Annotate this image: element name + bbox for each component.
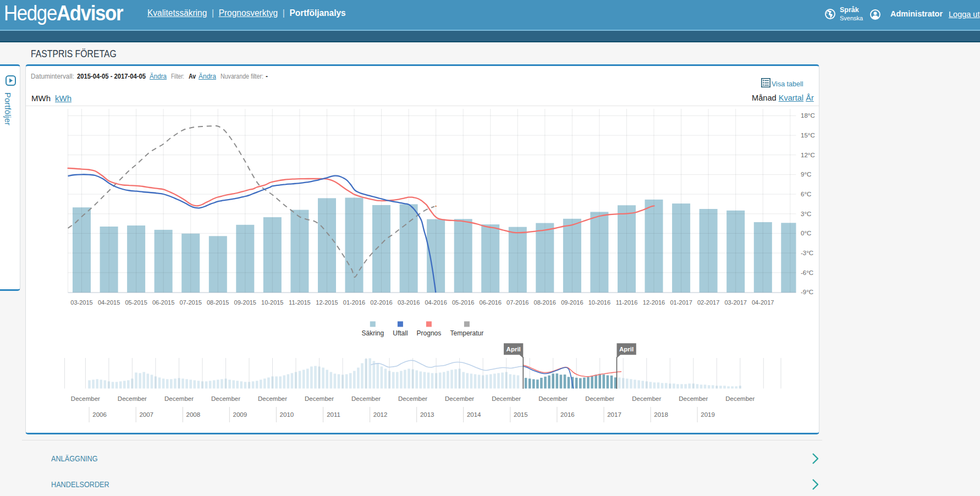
svg-text:05-2015: 05-2015 [125,299,147,306]
svg-text:12°C: 12°C [801,152,815,158]
svg-text:12-2015: 12-2015 [316,299,338,306]
svg-text:10-2015: 10-2015 [261,299,283,306]
svg-text:05-2016: 05-2016 [452,299,474,306]
svg-text:18°C: 18°C [801,112,815,119]
svg-text:09-2016: 09-2016 [561,299,583,306]
svg-text:2014: 2014 [467,411,481,418]
svg-text:December: December [585,395,614,402]
svg-text:03-2016: 03-2016 [398,299,420,306]
svg-text:06-2015: 06-2015 [152,299,174,306]
svg-text:December: December [632,395,661,402]
svg-text:2016: 2016 [560,411,575,418]
svg-text:07-2015: 07-2015 [180,299,202,306]
svg-text:December: December [118,395,147,402]
svg-text:December: December [351,395,381,402]
svg-text:December: December [258,395,287,402]
svg-text:December: December [305,395,334,402]
svg-text:December: December [445,395,474,402]
svg-text:9°C: 9°C [801,171,811,178]
svg-text:December: December [492,395,521,402]
svg-text:11-2016: 11-2016 [616,299,638,306]
svg-text:01-2016: 01-2016 [343,299,365,306]
svg-text:07-2016: 07-2016 [506,299,528,306]
svg-text:09-2015: 09-2015 [234,299,256,306]
svg-text:2009: 2009 [233,411,247,418]
svg-text:01-2017: 01-2017 [670,299,692,306]
svg-text:December: December [71,395,100,402]
svg-text:2013: 2013 [420,411,434,418]
svg-text:6°C: 6°C [801,191,811,197]
svg-text:15°C: 15°C [801,132,815,139]
svg-text:04-2016: 04-2016 [425,299,447,306]
svg-text:December: December [398,395,427,402]
svg-text:December: December [538,395,568,402]
svg-text:03-2015: 03-2015 [70,299,92,306]
svg-text:2019: 2019 [701,411,715,418]
svg-text:2007: 2007 [139,411,153,418]
svg-text:03-2017: 03-2017 [725,299,747,306]
svg-text:08-2015: 08-2015 [207,299,229,306]
svg-text:Prognos: Prognos [417,329,442,337]
svg-text:2015: 2015 [514,411,528,418]
svg-text:2011: 2011 [327,411,340,418]
svg-text:2017: 2017 [607,411,621,418]
svg-text:Temperatur: Temperatur [450,329,484,337]
svg-text:2012: 2012 [373,411,388,418]
svg-text:April: April [506,346,521,352]
svg-text:2018: 2018 [654,411,668,418]
svg-text:02-2017: 02-2017 [697,299,719,306]
svg-text:Uftall: Uftall [393,329,408,337]
svg-text:December: December [211,395,240,402]
svg-text:3°C: 3°C [801,211,811,217]
svg-text:December: December [679,395,708,402]
svg-text:08-2016: 08-2016 [534,299,556,306]
svg-text:02-2016: 02-2016 [370,299,392,306]
svg-text:04-2017: 04-2017 [752,299,774,306]
svg-text:12-2016: 12-2016 [643,299,665,306]
svg-text:2010: 2010 [280,411,294,418]
svg-text:December: December [164,395,194,402]
svg-text:04-2015: 04-2015 [98,299,120,306]
svg-text:11-2015: 11-2015 [289,299,311,306]
svg-text:10-2016: 10-2016 [588,299,610,306]
svg-text:April: April [619,346,634,352]
svg-text:Säkring: Säkring [361,329,384,337]
svg-text:-6°C: -6°C [801,269,813,276]
svg-text:December: December [725,395,755,402]
svg-text:2006: 2006 [92,411,107,418]
svg-text:06-2016: 06-2016 [480,299,502,306]
svg-text:0°C: 0°C [801,230,811,236]
svg-text:-3°C: -3°C [801,250,813,256]
svg-text:2008: 2008 [186,411,201,418]
svg-text:-9°C: -9°C [801,289,813,295]
